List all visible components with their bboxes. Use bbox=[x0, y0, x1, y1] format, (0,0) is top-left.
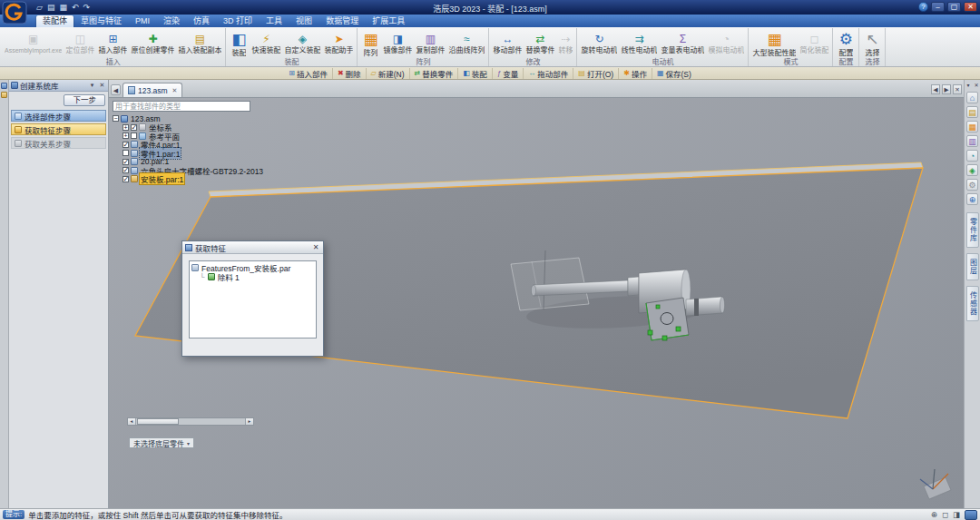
shortcut-insert-part[interactable]: ⊞插入部件 bbox=[284, 68, 333, 79]
minimize-button[interactable]: – bbox=[931, 2, 945, 12]
shortcut-replace-part[interactable]: ⇄替换零件 bbox=[410, 68, 459, 79]
shortcut-new[interactable]: ▱新建(N) bbox=[367, 68, 410, 79]
capture-feature-dialog[interactable]: 获取特征 ✕ FeaturesFrom_安装板.par └ 除料 1 bbox=[181, 240, 324, 357]
move-part-button[interactable]: ↔ 移动部件 bbox=[491, 32, 524, 54]
tree-node-part4[interactable]: 零件4.par:1 bbox=[113, 141, 264, 150]
scroll-right-icon[interactable]: ▸ bbox=[245, 418, 253, 425]
selection-handle[interactable] bbox=[656, 305, 660, 309]
dialog-title-bar[interactable]: 获取特征 ✕ bbox=[182, 241, 323, 254]
tab-scroll-left-icon[interactable]: ◀ bbox=[111, 84, 121, 95]
gear-icon[interactable]: ⚙ bbox=[966, 179, 978, 191]
web-icon[interactable]: ⊕ bbox=[966, 193, 978, 205]
visibility-checkbox[interactable] bbox=[122, 142, 129, 148]
feature-library-icon[interactable]: ▦ bbox=[966, 121, 978, 132]
shortcut-variables[interactable]: ƒ变量 bbox=[493, 68, 524, 79]
shortcut-operate[interactable]: ✱操作 bbox=[619, 68, 652, 79]
duplicate-part-button[interactable]: ▥ 复制部件 bbox=[414, 32, 446, 54]
help-button[interactable]: ? bbox=[918, 2, 928, 12]
expander-icon[interactable] bbox=[122, 132, 129, 139]
tab-close-icon[interactable]: ✕ bbox=[172, 87, 178, 94]
shortcut-drag-part[interactable]: ↔拖动部件 bbox=[524, 68, 573, 79]
document-tab-123asm[interactable]: 123.asm ✕ bbox=[122, 83, 182, 97]
panel-collapse-icon[interactable]: ▾ bbox=[88, 82, 96, 89]
select-button[interactable]: ↖ 选择 bbox=[861, 30, 883, 57]
tree-node-csys[interactable]: 坐标系 bbox=[113, 123, 264, 132]
collar[interactable] bbox=[628, 277, 639, 296]
horizontal-scrollbar[interactable]: ◂ ▸ bbox=[127, 417, 254, 426]
edgebar-collapse-icon[interactable]: ▾ bbox=[965, 82, 972, 88]
config-button[interactable]: ⚙ 配置 bbox=[835, 30, 857, 57]
shortcut-open[interactable]: ▤打开(O) bbox=[573, 68, 619, 79]
mirror-part-button[interactable]: ◨ 镜像部件 bbox=[381, 32, 414, 54]
step-capture-relations[interactable]: 获取关系步骤 bbox=[11, 137, 106, 149]
layers-icon[interactable]: ▥ bbox=[966, 135, 978, 147]
tree-node-mounting-board[interactable]: 安装板.par:1 bbox=[113, 175, 264, 184]
panel-close-icon[interactable]: ✕ bbox=[98, 82, 106, 89]
edgebar-close-icon[interactable]: ✕ bbox=[973, 82, 980, 88]
visibility-checkbox[interactable] bbox=[122, 167, 129, 173]
captured-features-list[interactable]: FeaturesFrom_安装板.par └ 除料 1 bbox=[189, 260, 317, 338]
transfer-button[interactable]: ⇢ 转移 bbox=[556, 32, 574, 54]
selection-handle[interactable] bbox=[648, 330, 652, 335]
feature-list-item[interactable]: FeaturesFrom_安装板.par bbox=[191, 263, 314, 272]
shade-mode-icon[interactable]: ◨ bbox=[953, 510, 960, 519]
tree-root[interactable]: 123.asm bbox=[113, 114, 264, 123]
shortcut-delete[interactable]: ✖删除 bbox=[333, 68, 367, 79]
save-file-icon[interactable]: ▦ bbox=[59, 3, 67, 12]
new-file-icon[interactable]: ▱ bbox=[36, 3, 43, 12]
large-assembly-performance-button[interactable]: ▦ 大型装配性能 bbox=[750, 30, 798, 57]
menu-tab-view[interactable]: 视图 bbox=[289, 15, 318, 27]
visibility-checkbox[interactable] bbox=[122, 150, 129, 156]
parts-library-icon[interactable]: ▤ bbox=[966, 106, 978, 118]
open-file-icon[interactable]: ▤ bbox=[47, 3, 55, 12]
tab-next-icon[interactable]: ▶ bbox=[942, 84, 951, 94]
visibility-checkbox[interactable] bbox=[122, 176, 129, 182]
tab-close-all-icon[interactable]: ✕ bbox=[953, 84, 962, 94]
maximize-button[interactable]: ▢ bbox=[947, 2, 961, 12]
menu-tab-pmi[interactable]: PMI bbox=[129, 15, 156, 27]
menu-tab-sketch-feature[interactable]: 草图与特征 bbox=[74, 15, 128, 27]
tree-node-part1[interactable]: 零件1.par:1 bbox=[113, 149, 264, 158]
sensors-icon[interactable]: ◔ bbox=[966, 150, 978, 162]
redo-icon[interactable]: ↷ bbox=[83, 3, 91, 12]
tab-prev-icon[interactable]: ◀ bbox=[931, 84, 940, 94]
navigator-icon[interactable] bbox=[1, 83, 7, 89]
3d-viewport[interactable]: 123.asm 坐标系 参考平面 零件4.par:1 零件1.par:1 bbox=[109, 98, 964, 508]
insert-assembly-copy-button[interactable]: ▤ 插入装配副本 bbox=[176, 32, 223, 54]
shortcut-save[interactable]: ▦保存(S) bbox=[652, 68, 696, 79]
zoom-icon[interactable]: ⊕ bbox=[931, 510, 937, 519]
custom-assemble-button[interactable]: ◈ 自定义装配 bbox=[282, 32, 322, 54]
tab-sensors[interactable]: 传感器 bbox=[966, 286, 979, 321]
locate-part-button[interactable]: ◫ 定位部件 bbox=[64, 32, 96, 54]
shortcut-assemble[interactable]: ◧装配 bbox=[458, 68, 493, 79]
simplify-assembly-button[interactable]: ◻ 简化装配 bbox=[798, 32, 830, 54]
dialog-close-icon[interactable]: ✕ bbox=[311, 243, 320, 251]
next-step-button[interactable]: 下一步 bbox=[64, 94, 105, 106]
fit-view-icon[interactable]: ◻ bbox=[942, 510, 948, 519]
expander-icon[interactable] bbox=[122, 124, 129, 131]
scrollbar-track[interactable] bbox=[136, 418, 245, 425]
visibility-checkbox[interactable] bbox=[131, 132, 137, 139]
insert-part-button[interactable]: ⊞ 插入部件 bbox=[96, 32, 129, 54]
part-type-filter-input[interactable] bbox=[113, 101, 250, 112]
bottom-part-selector[interactable]: 未选择底层零件 ▾ bbox=[129, 437, 194, 448]
menu-tab-data-management[interactable]: 数据管理 bbox=[319, 15, 365, 27]
curve-pattern-button[interactable]: ≈ 沿曲线阵列 bbox=[446, 32, 486, 54]
undo-icon[interactable]: ↶ bbox=[72, 3, 79, 12]
replace-part-button[interactable]: ⇄ 替换零件 bbox=[524, 32, 556, 54]
tree-node-bolt[interactable]: 六角头扁十字槽螺栓-GBT29.2-2013 bbox=[113, 166, 264, 175]
close-button[interactable]: ✕ bbox=[964, 2, 977, 12]
menu-tab-assembly[interactable]: 装配体 bbox=[36, 15, 74, 27]
step-select-parts[interactable]: 选择部件步骤 bbox=[11, 110, 106, 122]
visibility-checkbox[interactable] bbox=[131, 124, 137, 131]
tree-node-ref-planes[interactable]: 参考平面 bbox=[113, 132, 264, 141]
sim-motor-button[interactable]: ◔ 模拟电动机 bbox=[706, 32, 746, 54]
scrollbar-thumb[interactable] bbox=[137, 418, 179, 425]
assemble-button[interactable]: ◧ 装配 bbox=[228, 30, 250, 57]
stub-shaft[interactable] bbox=[686, 297, 722, 316]
rotary-motor-button[interactable]: ↻ 旋转电动机 bbox=[579, 32, 619, 54]
assembly-import-button[interactable]: ▣ AssemblyImport.exe bbox=[3, 32, 64, 54]
variable-table-motor-button[interactable]: Σ 变量表电动机 bbox=[659, 32, 706, 54]
tab-layers[interactable]: 图层 bbox=[966, 253, 979, 280]
tab-parts-library[interactable]: 零件库 bbox=[966, 212, 979, 248]
